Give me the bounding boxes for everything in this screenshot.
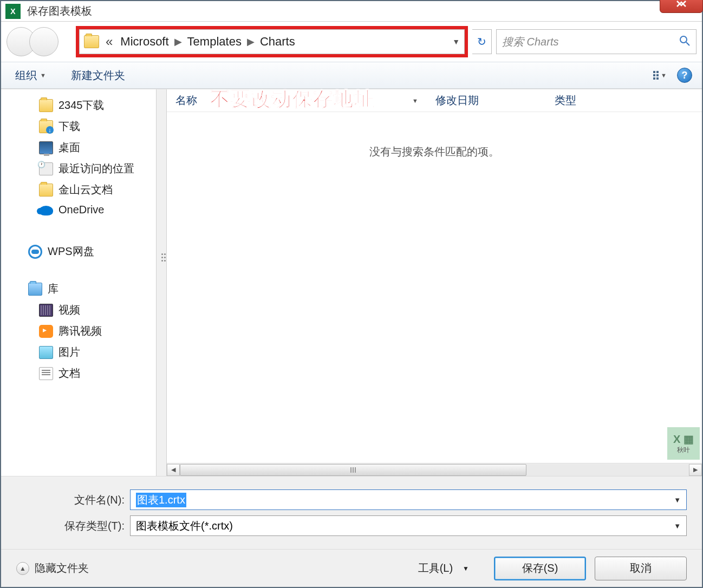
empty-message: 没有与搜索条件匹配的项。 [167, 145, 702, 159]
svg-line-1 [686, 42, 689, 45]
filetype-label: 保存类型(T): [1, 519, 130, 533]
scroll-track[interactable] [180, 464, 689, 476]
window-title: 保存图表模板 [27, 4, 92, 18]
search-input[interactable]: 搜索 Charts [496, 29, 697, 54]
col-label: 名称 [175, 93, 197, 108]
tree-label: OneDrive [58, 204, 104, 216]
breadcrumb-seg-0[interactable]: Microsoft [115, 35, 174, 49]
scroll-left-icon[interactable]: ◀ [167, 464, 180, 476]
column-header-name[interactable]: 名称▼ [167, 93, 427, 108]
tree-item-library[interactable]: 库 [1, 278, 156, 299]
watermark: X ▦ 秋叶 [667, 427, 700, 460]
view-grid-icon [653, 71, 659, 80]
tree-item-kingsoft[interactable]: 金山云文档 [1, 179, 156, 200]
help-icon: ? [682, 70, 688, 81]
forward-button[interactable] [29, 27, 58, 56]
chevron-right-icon[interactable]: ▶ [247, 36, 255, 48]
tree-label: 图片 [58, 345, 80, 360]
dialog-body: 2345下载 下载 桌面 最近访问的位置 金山云文档 OneDrive WPS网… [1, 89, 702, 476]
save-button[interactable]: 保存(S) [494, 557, 586, 580]
col-label: 修改日期 [435, 93, 479, 108]
svg-point-0 [680, 36, 687, 43]
help-button[interactable]: ? [677, 68, 692, 83]
hide-folders-toggle[interactable]: ▲ 隐藏文件夹 [16, 561, 89, 576]
tree-item-video[interactable]: 视频 [1, 299, 156, 321]
pictures-icon [39, 346, 53, 359]
filename-value: 图表1.crtx [136, 493, 186, 507]
watermark-text: 秋叶 [677, 446, 690, 455]
address-bar[interactable]: « Microsoft ▶ Templates ▶ Charts ▼ [79, 29, 465, 54]
column-header-modified[interactable]: 修改日期 [427, 93, 546, 108]
new-folder-button[interactable]: 新建文件夹 [67, 66, 129, 85]
organize-label: 组织 [15, 68, 37, 83]
column-header-type[interactable]: 类型 [546, 93, 585, 108]
address-dropdown-icon[interactable]: ▼ [452, 37, 460, 46]
tree-item-documents[interactable]: 文档 [1, 363, 156, 384]
splitter[interactable] [156, 89, 167, 476]
address-bar-highlight: « Microsoft ▶ Templates ▶ Charts ▼ [76, 26, 468, 57]
downloads-folder-icon [39, 120, 53, 133]
chevron-down-icon: ▼ [412, 97, 418, 104]
tree-label: 库 [48, 282, 58, 296]
organize-button[interactable]: 组织 ▼ [11, 66, 50, 85]
filetype-row: 保存类型(T): 图表模板文件(*.crtx) ▼ [1, 515, 687, 536]
refresh-icon: ↻ [477, 35, 486, 48]
search-icon [679, 35, 691, 49]
hide-folders-label: 隐藏文件夹 [35, 561, 89, 576]
library-icon [28, 283, 42, 296]
tree-label: WPS网盘 [48, 244, 94, 259]
video-icon [39, 304, 53, 317]
chevron-down-icon[interactable]: ▼ [674, 522, 681, 530]
view-mode-button[interactable]: ▼ [649, 69, 671, 81]
folder-icon [84, 35, 99, 48]
tree-item-tencent-video[interactable]: 腾讯视频 [1, 321, 156, 342]
scroll-right-icon[interactable]: ▶ [689, 464, 702, 476]
scroll-thumb[interactable] [180, 464, 526, 476]
documents-icon [39, 367, 53, 380]
chevron-down-icon: ▼ [463, 565, 469, 572]
tree-label: 金山云文档 [58, 182, 113, 197]
tree-item-onedrive[interactable]: OneDrive [1, 200, 156, 219]
splitter-grip-icon [158, 246, 166, 268]
collapse-icon: ▲ [16, 562, 29, 575]
wps-cloud-icon [28, 245, 42, 259]
tree-item-desktop[interactable]: 桌面 [1, 137, 156, 158]
new-folder-label: 新建文件夹 [71, 68, 125, 83]
filename-label: 文件名(N): [1, 493, 130, 507]
breadcrumb-overflow[interactable]: « [106, 34, 113, 49]
cancel-button[interactable]: 取消 [595, 557, 687, 580]
column-headers: 不要改动保存地址 名称▼ 修改日期 类型 [167, 89, 702, 112]
horizontal-scrollbar[interactable]: ◀ ▶ [167, 463, 702, 476]
filetype-select[interactable]: 图表模板文件(*.crtx) ▼ [130, 515, 687, 536]
tree-item-2345[interactable]: 2345下载 [1, 95, 156, 116]
desktop-icon [39, 141, 53, 154]
action-row: ▲ 隐藏文件夹 工具(L) ▼ 保存(S) 取消 [1, 549, 702, 587]
navigation-row: « Microsoft ▶ Templates ▶ Charts ▼ ↻ 搜索 … [1, 22, 702, 62]
tree-label: 视频 [58, 303, 80, 317]
chevron-down-icon: ▼ [661, 72, 667, 79]
tools-label: 工具(L) [418, 561, 453, 576]
chevron-down-icon[interactable]: ▼ [674, 496, 681, 504]
chevron-right-icon[interactable]: ▶ [174, 36, 182, 48]
folder-icon [39, 184, 53, 197]
breadcrumb-seg-2[interactable]: Charts [255, 35, 301, 49]
tree-item-recent[interactable]: 最近访问的位置 [1, 158, 156, 179]
tree-label: 桌面 [58, 140, 80, 155]
filename-input[interactable]: 图表1.crtx ▼ [130, 489, 687, 510]
search-placeholder: 搜索 Charts [502, 35, 679, 49]
tencent-video-icon [39, 325, 53, 338]
refresh-button[interactable]: ↻ [472, 29, 492, 54]
breadcrumb-seg-1[interactable]: Templates [182, 35, 247, 49]
folder-icon [39, 99, 53, 112]
tools-menu[interactable]: 工具(L) ▼ [418, 561, 469, 576]
tree-item-wps[interactable]: WPS网盘 [1, 241, 156, 262]
folder-tree: 2345下载 下载 桌面 最近访问的位置 金山云文档 OneDrive WPS网… [1, 89, 156, 476]
excel-logo-icon: X ▦ [673, 433, 694, 446]
tree-item-downloads[interactable]: 下载 [1, 116, 156, 137]
close-icon [674, 0, 689, 8]
close-button[interactable] [660, 0, 703, 13]
tree-item-pictures[interactable]: 图片 [1, 342, 156, 363]
tree-label: 腾讯视频 [58, 324, 102, 338]
file-list-area: 不要改动保存地址 名称▼ 修改日期 类型 没有与搜索条件匹配的项。 X ▦ 秋叶… [167, 89, 702, 476]
filetype-value: 图表模板文件(*.crtx) [136, 519, 233, 533]
